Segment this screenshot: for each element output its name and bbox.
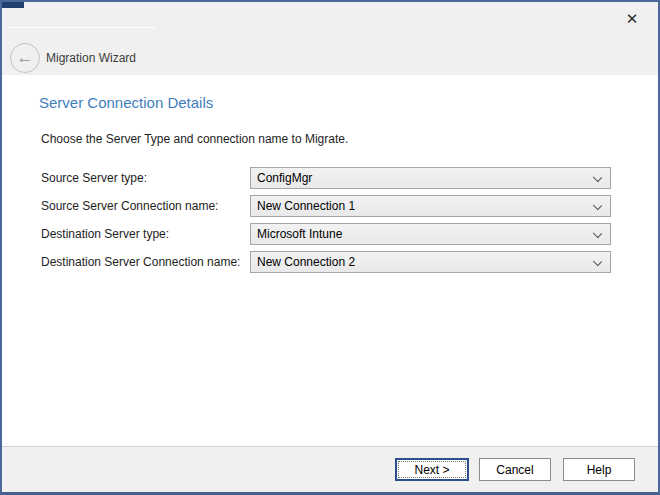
selected-value: New Connection 1: [257, 199, 355, 213]
page-title: Server Connection Details: [39, 94, 213, 111]
form-row: Source Server Connection name: New Conne…: [2, 195, 658, 217]
form-row: Destination Server type: Microsoft Intun…: [2, 223, 658, 245]
destination-server-type-select[interactable]: Microsoft Intune: [250, 223, 611, 245]
wizard-title: Migration Wizard: [46, 51, 136, 65]
titlebar-artifact: [2, 2, 24, 8]
chevron-down-icon: [593, 173, 602, 182]
field-label: Destination Server Connection name:: [41, 251, 240, 273]
wizard-header: ← Migration Wizard ✕: [2, 2, 658, 75]
destination-connection-name-select[interactable]: New Connection 2: [250, 251, 611, 273]
selected-value: New Connection 2: [257, 255, 355, 269]
chevron-down-icon: [593, 257, 602, 266]
instruction-text: Choose the Server Type and connection na…: [41, 132, 348, 146]
chevron-down-icon: [593, 229, 602, 238]
back-arrow-icon: ←: [17, 48, 34, 67]
close-button[interactable]: ✕: [616, 5, 648, 33]
source-server-type-select[interactable]: ConfigMgr: [250, 167, 611, 189]
wizard-window: ← Migration Wizard ✕ Server Connection D…: [0, 0, 660, 495]
cancel-button[interactable]: Cancel: [479, 458, 551, 481]
selected-value: ConfigMgr: [257, 171, 312, 185]
selected-value: Microsoft Intune: [257, 227, 342, 241]
source-connection-name-select[interactable]: New Connection 1: [250, 195, 611, 217]
help-button[interactable]: Help: [563, 458, 635, 481]
wizard-footer: Next > Cancel Help: [2, 446, 658, 492]
chevron-down-icon: [593, 201, 602, 210]
close-icon: ✕: [626, 10, 639, 27]
wizard-content: Server Connection Details Choose the Ser…: [2, 75, 658, 446]
back-button[interactable]: ←: [10, 43, 40, 73]
next-button[interactable]: Next >: [395, 458, 469, 481]
field-label: Source Server Connection name:: [41, 195, 218, 217]
field-label: Destination Server type:: [41, 223, 169, 245]
header-divider-line: [8, 27, 155, 28]
field-label: Source Server type:: [41, 167, 147, 189]
form-row: Source Server type: ConfigMgr: [2, 167, 658, 189]
form-row: Destination Server Connection name: New …: [2, 251, 658, 273]
